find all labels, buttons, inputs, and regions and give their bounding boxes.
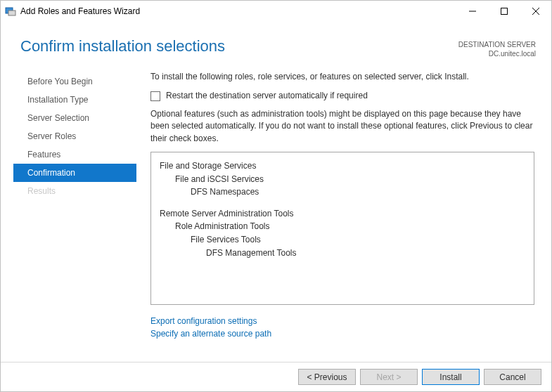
- selection-gap: [160, 199, 525, 207]
- main-panel: To install the following roles, role ser…: [136, 71, 536, 340]
- sidebar-step-server-selection[interactable]: Server Selection: [13, 109, 136, 127]
- cancel-button[interactable]: Cancel: [484, 369, 541, 385]
- content: Before You BeginInstallation TypeServer …: [1, 58, 551, 340]
- sidebar-step-confirmation[interactable]: Confirmation: [13, 164, 136, 182]
- header: Confirm installation selections DESTINAT…: [1, 22, 551, 58]
- selection-item[interactable]: File and iSCSI Services: [160, 173, 525, 186]
- instruction-text: To install the following roles, role ser…: [150, 71, 536, 83]
- sidebar-step-server-roles[interactable]: Server Roles: [13, 127, 136, 145]
- footer-buttons: < Previous Next > Install Cancel: [1, 362, 551, 391]
- server-manager-icon: [5, 6, 16, 17]
- wizard-steps-sidebar: Before You BeginInstallation TypeServer …: [13, 71, 136, 340]
- restart-checkbox-row[interactable]: Restart the destination server automatic…: [150, 90, 536, 102]
- previous-button[interactable]: < Previous: [298, 369, 356, 385]
- destination-server: DESTINATION SERVER DC.unitec.local: [458, 37, 536, 58]
- close-button[interactable]: [520, 1, 551, 22]
- export-config-link[interactable]: Export configuration settings: [150, 315, 536, 327]
- page-title: Confirm installation selections: [20, 37, 458, 55]
- window-title: Add Roles and Features Wizard: [20, 6, 456, 16]
- maximize-button[interactable]: [488, 1, 520, 22]
- svg-rect-1: [8, 11, 15, 15]
- sidebar-step-features[interactable]: Features: [13, 145, 136, 164]
- alternate-source-link[interactable]: Specify an alternate source path: [150, 327, 536, 340]
- selection-item[interactable]: DFS Namespaces: [160, 185, 525, 199]
- selection-item[interactable]: File and Storage Services: [160, 159, 525, 173]
- selection-item[interactable]: DFS Management Tools: [160, 247, 525, 260]
- sidebar-step-installation-type[interactable]: Installation Type: [13, 91, 136, 109]
- minimize-button[interactable]: [456, 1, 488, 22]
- restart-checkbox-label: Restart the destination server automatic…: [166, 90, 368, 102]
- optional-features-note: Optional features (such as administratio…: [150, 108, 536, 145]
- titlebar: Add Roles and Features Wizard: [1, 1, 551, 22]
- svg-rect-3: [501, 8, 507, 15]
- destination-server-name: DC.unitec.local: [458, 49, 536, 58]
- selections-listbox[interactable]: File and Storage ServicesFile and iSCSI …: [150, 152, 534, 305]
- sidebar-step-results: Results: [13, 182, 136, 200]
- sidebar-step-before-you-begin[interactable]: Before You Begin: [13, 72, 136, 91]
- destination-server-label: DESTINATION SERVER: [458, 40, 536, 49]
- window-controls: [456, 1, 551, 22]
- next-button: Next >: [360, 369, 418, 385]
- links-area: Export configuration settings Specify an…: [150, 315, 536, 340]
- selection-item[interactable]: Remote Server Administration Tools: [160, 207, 525, 221]
- selection-item[interactable]: File Services Tools: [160, 233, 525, 247]
- restart-checkbox[interactable]: [150, 91, 160, 101]
- selection-item[interactable]: Role Administration Tools: [160, 220, 525, 233]
- install-button[interactable]: Install: [422, 369, 480, 385]
